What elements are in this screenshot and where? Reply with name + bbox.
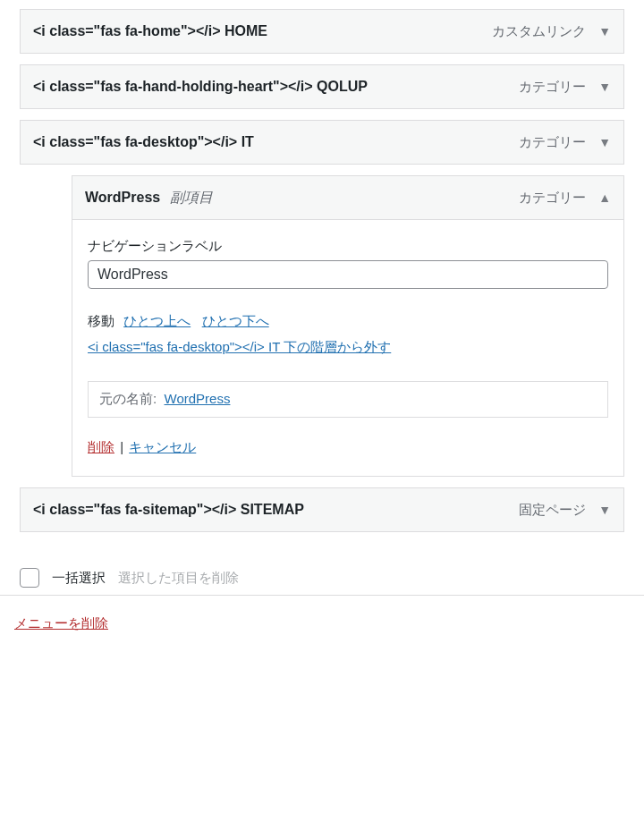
menu-item-type: カテゴリー [519,134,586,151]
move-up-link[interactable]: ひとつ上へ [123,313,191,328]
menu-item-controls: カテゴリー ▼ [519,134,611,151]
original-name-box: 元の名前: WordPress [88,381,608,418]
delete-menu-section: メニューを削除 [14,615,624,632]
nav-label-field-label: ナビゲーションラベル [88,238,608,255]
move-label: 移動 [88,313,114,328]
sub-item-label: 副項目 [170,190,213,205]
menu-item-type: カテゴリー [519,190,586,207]
select-all-label: 一括選択 [52,570,106,587]
menu-item-type: カテゴリー [519,79,586,96]
delete-menu-link[interactable]: メニューを削除 [14,615,108,631]
chevron-down-icon[interactable]: ▼ [598,24,611,38]
separator: | [120,439,123,454]
delete-item-link[interactable]: 削除 [88,439,114,454]
menu-item-it[interactable]: <i class="fas fa-desktop"></i> IT カテゴリー … [20,120,624,165]
chevron-up-icon[interactable]: ▲ [598,191,611,205]
original-name-link[interactable]: WordPress [165,391,231,406]
menu-item-title: <i class="fas fa-home"></i> HOME [33,21,267,42]
menu-item-title: <i class="fas fa-sitemap"></i> SITEMAP [33,499,304,521]
menu-item-title: <i class="fas fa-desktop"></i> IT [33,131,254,153]
menu-item-qolup[interactable]: <i class="fas fa-hand-holding-heart"></i… [20,64,624,109]
chevron-down-icon[interactable]: ▼ [598,135,611,149]
menu-item-title: WordPress 副項目 [85,187,213,208]
move-section: 移動 ひとつ上へ ひとつ下へ <i class="fas fa-desktop"… [88,309,608,360]
bulk-actions-row: 一括選択 選択した項目を削除 [20,568,624,593]
item-actions: 削除 | キャンセル [88,439,608,456]
menu-item-type: カスタムリンク [492,23,586,40]
menu-item-controls: カテゴリー ▲ [519,190,611,207]
menu-item-controls: カテゴリー ▼ [519,79,611,96]
nav-label-input[interactable] [88,260,608,289]
move-out-link[interactable]: <i class="fas fa-desktop"></i> IT 下の階層から… [88,339,391,354]
menu-item-wordpress[interactable]: WordPress 副項目 カテゴリー ▲ [72,175,624,220]
menu-item-controls: 固定ページ ▼ [519,502,611,519]
delete-selected-label: 選択した項目を削除 [118,570,239,587]
menu-item-home[interactable]: <i class="fas fa-home"></i> HOME カスタムリンク… [20,9,624,54]
menu-item-title-text: WordPress [85,190,160,205]
move-down-link[interactable]: ひとつ下へ [202,313,269,328]
menu-item-type: 固定ページ [519,502,586,519]
menu-item-settings: ナビゲーションラベル 移動 ひとつ上へ ひとつ下へ <i class="fas … [72,220,624,477]
chevron-down-icon[interactable]: ▼ [598,80,611,94]
chevron-down-icon[interactable]: ▼ [598,503,611,517]
menu-item-title: <i class="fas fa-hand-holding-heart"></i… [33,76,368,97]
cancel-link[interactable]: キャンセル [129,439,196,454]
divider [0,595,644,596]
select-all-checkbox[interactable] [20,568,39,588]
menu-item-controls: カスタムリンク ▼ [492,23,611,40]
menu-item-sitemap[interactable]: <i class="fas fa-sitemap"></i> SITEMAP 固… [20,487,624,532]
original-name-label: 元の名前: [99,391,157,406]
